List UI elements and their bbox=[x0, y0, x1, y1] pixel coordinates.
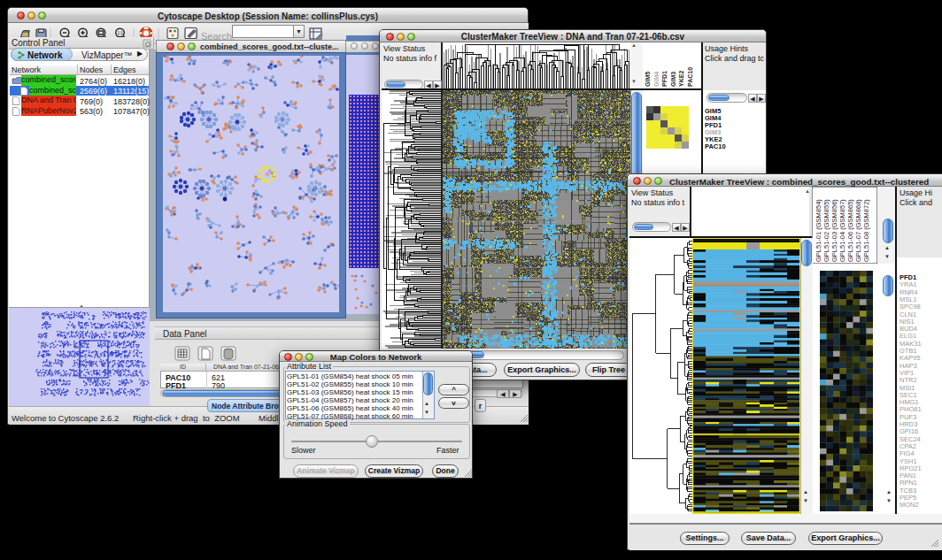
svg-text:GIM3: GIM3 bbox=[670, 72, 676, 87]
svg-text:GPL51-01 (GSM854): GPL51-01 (GSM854) bbox=[815, 199, 822, 262]
svg-text:GIM4: GIM4 bbox=[653, 72, 660, 87]
svg-text:PFD1: PFD1 bbox=[661, 71, 668, 87]
svg-text:GPL51-06 (GSM865): GPL51-06 (GSM865) bbox=[846, 199, 854, 262]
svg-text:GPL51-03 (GSM856): GPL51-03 (GSM856) bbox=[830, 199, 838, 262]
svg-text:YKE2: YKE2 bbox=[678, 71, 684, 87]
svg-text:PAC10: PAC10 bbox=[687, 67, 693, 87]
svg-text:GPL51-07 (GSM868): GPL51-07 (GSM868) bbox=[854, 199, 862, 262]
svg-text:1:1: 1:1 bbox=[118, 31, 124, 35]
svg-text:GIM5: GIM5 bbox=[645, 72, 651, 87]
svg-text:GPL51-08 (GSM872): GPL51-08 (GSM872) bbox=[862, 199, 870, 262]
svg-text:GPL51-04 (GSM857): GPL51-04 (GSM857) bbox=[838, 199, 846, 262]
svg-text:GPL51-02 (GSM855): GPL51-02 (GSM855) bbox=[822, 199, 830, 262]
